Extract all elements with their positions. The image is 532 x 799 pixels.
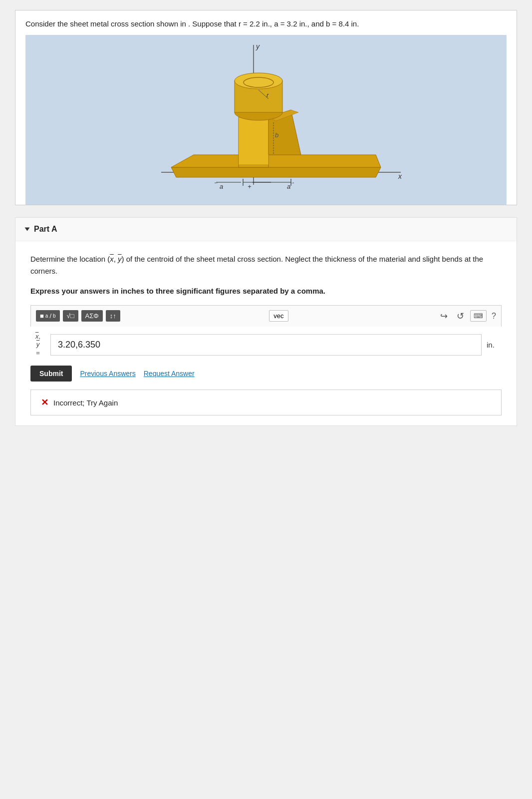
question-text-part1: Determine the location ( xyxy=(30,255,110,263)
svg-marker-5 xyxy=(171,155,381,167)
question-comma: , xyxy=(114,255,118,263)
feedback-text: Incorrect; Try Again xyxy=(53,399,118,407)
submit-row: Submit Previous Answers Request Answer xyxy=(30,366,502,382)
sort-button[interactable]: ↕↑ xyxy=(106,310,120,322)
diagram-svg: y x xyxy=(121,40,411,200)
svg-text:←: ← xyxy=(214,180,219,185)
part-a-title: Part A xyxy=(34,225,57,234)
redo-button[interactable]: ↺ xyxy=(454,310,467,323)
radical-button[interactable]: √□ xyxy=(63,310,78,322)
question-math-symbol2: y xyxy=(118,255,122,263)
problem-section: Consider the sheet metal cross section s… xyxy=(15,10,517,205)
request-answer-button[interactable]: Request Answer xyxy=(144,370,195,378)
help-icon: ? xyxy=(492,312,496,321)
svg-text:→: → xyxy=(290,180,295,185)
question-math-symbol: x xyxy=(110,255,114,263)
math-toolbar: ■a/b √□ ΑΣΦ ↕↑ vec ↪ ↺ ⌨ ? xyxy=(30,305,502,327)
answer-unit: in. xyxy=(487,341,502,349)
svg-text:+: + xyxy=(248,183,252,190)
part-a-toggle[interactable] xyxy=(25,227,30,231)
svg-text:r: r xyxy=(266,91,269,99)
keyboard-button[interactable]: ⌨ xyxy=(470,310,487,322)
answer-input-display[interactable]: 3.20,6.350 xyxy=(50,334,482,356)
answer-label: x, y = xyxy=(30,333,45,358)
diagram-container: y x xyxy=(25,35,507,205)
question-emphasis-text: Express your answers in inches to three … xyxy=(30,287,325,295)
svg-text:a: a xyxy=(220,183,223,190)
answer-value: 3.20,6.350 xyxy=(58,340,100,350)
incorrect-icon: ✕ xyxy=(41,397,48,408)
feedback-box: ✕ Incorrect; Try Again xyxy=(30,390,502,415)
submit-button[interactable]: Submit xyxy=(30,366,72,382)
problem-text: Consider the sheet metal cross section s… xyxy=(25,18,507,30)
svg-text:b: b xyxy=(275,131,278,139)
svg-text:x: x xyxy=(398,172,402,180)
svg-text:y: y xyxy=(256,42,260,50)
fraction-button[interactable]: ■a/b xyxy=(36,310,60,322)
part-a-body: Determine the location (x, y) of the cen… xyxy=(15,241,517,426)
question-description: Determine the location (x, y) of the cen… xyxy=(30,253,502,277)
answer-label-ybar: y xyxy=(36,341,40,348)
undo-button[interactable]: ↪ xyxy=(437,310,451,323)
svg-point-12 xyxy=(235,73,282,89)
greek-button[interactable]: ΑΣΦ xyxy=(81,310,103,322)
answer-label-equals: = xyxy=(36,349,40,357)
svg-rect-7 xyxy=(239,117,268,165)
answer-row: x, y = 3.20,6.350 in. xyxy=(30,333,502,358)
part-a-header[interactable]: Part A xyxy=(15,218,517,241)
question-instruction: Express your answers in inches to three … xyxy=(30,285,502,297)
svg-marker-4 xyxy=(171,167,381,177)
vec-button[interactable]: vec xyxy=(269,310,288,322)
previous-answers-button[interactable]: Previous Answers xyxy=(80,370,135,378)
part-a-section: Part A Determine the location (x, y) of … xyxy=(15,217,517,426)
